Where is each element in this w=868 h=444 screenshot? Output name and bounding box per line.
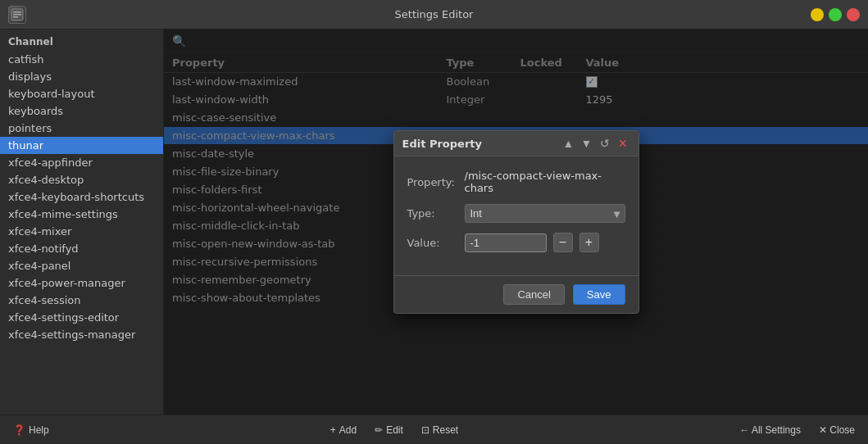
sidebar-item-xfce4-appfinder[interactable]: xfce4-appfinder bbox=[0, 154, 163, 171]
svg-rect-3 bbox=[13, 16, 18, 18]
modal-overlay: Edit Property ▲ ▼ ↺ ✕ Property: /misc-co… bbox=[164, 29, 868, 415]
bottom-right-actions: ← All Settings ✕ Close bbox=[734, 422, 860, 438]
modal-close-button[interactable]: ✕ bbox=[616, 136, 630, 151]
reset-label: Reset bbox=[433, 424, 458, 436]
sidebar-item-xfce4-settings-editor[interactable]: xfce4-settings-editor bbox=[0, 309, 163, 326]
edit-label: Edit bbox=[386, 424, 403, 436]
save-button[interactable]: Save bbox=[573, 284, 625, 305]
help-icon: ❓ bbox=[13, 424, 25, 436]
sidebar-item-displays[interactable]: displays bbox=[0, 68, 163, 85]
value-controls: − + bbox=[465, 233, 599, 252]
sidebar-item-thunar[interactable]: thunar bbox=[0, 137, 163, 154]
type-row: Type: Int Boolean String Double Array ▼ bbox=[407, 204, 625, 223]
close-window-button[interactable] bbox=[847, 8, 860, 21]
increment-button[interactable]: + bbox=[579, 233, 599, 252]
modal-refresh-button[interactable]: ↺ bbox=[598, 136, 612, 151]
main-layout: Channel catfishdisplayskeyboard-layoutke… bbox=[0, 29, 868, 415]
sidebar-item-xfce4-power-manager[interactable]: xfce4-power-manager bbox=[0, 274, 163, 292]
sidebar-item-xfce4-settings-manager[interactable]: xfce4-settings-manager bbox=[0, 326, 163, 343]
value-input[interactable] bbox=[465, 233, 547, 252]
reset-icon: ⊡ bbox=[421, 424, 429, 436]
edit-button[interactable]: ✏ Edit bbox=[370, 422, 408, 438]
sidebar-item-catfish[interactable]: catfish bbox=[0, 51, 163, 68]
help-button[interactable]: ❓ Help bbox=[8, 422, 54, 438]
sidebar-item-xfce4-panel[interactable]: xfce4-panel bbox=[0, 257, 163, 274]
edit-icon: ✏ bbox=[375, 424, 383, 436]
reset-button[interactable]: ⊡ Reset bbox=[416, 422, 463, 438]
content-area: 🔍 Property Type Locked Value last-window… bbox=[164, 29, 868, 415]
type-select-wrapper: Int Boolean String Double Array ▼ bbox=[465, 204, 625, 223]
titlebar: Settings Editor bbox=[0, 0, 868, 29]
bottom-bar: ❓ Help + Add ✏ Edit ⊡ Reset ← All Settin… bbox=[0, 415, 868, 444]
close-label: ✕ Close bbox=[819, 424, 855, 436]
value-row: Value: − + bbox=[407, 233, 625, 252]
type-select[interactable]: Int Boolean String Double Array bbox=[465, 204, 625, 223]
modal-titlebar: Edit Property ▲ ▼ ↺ ✕ bbox=[394, 131, 639, 156]
decrement-button[interactable]: − bbox=[553, 233, 573, 252]
cancel-button[interactable]: Cancel bbox=[503, 284, 564, 305]
modal-up-button[interactable]: ▲ bbox=[561, 136, 576, 151]
close-button[interactable]: ✕ Close bbox=[814, 422, 860, 438]
sidebar-item-xfce4-mixer[interactable]: xfce4-mixer bbox=[0, 223, 163, 240]
sidebar: Channel catfishdisplayskeyboard-layoutke… bbox=[0, 29, 164, 415]
titlebar-left bbox=[8, 6, 26, 24]
edit-property-modal: Edit Property ▲ ▼ ↺ ✕ Property: /misc-co… bbox=[393, 130, 639, 314]
sidebar-header: Channel bbox=[0, 29, 163, 51]
svg-rect-2 bbox=[13, 14, 21, 16]
sidebar-item-keyboards[interactable]: keyboards bbox=[0, 102, 163, 120]
modal-footer: Cancel Save bbox=[394, 275, 639, 313]
all-settings-label: ← All Settings bbox=[739, 424, 801, 436]
property-row: Property: /misc-compact-view-max-chars bbox=[407, 170, 625, 194]
add-icon: + bbox=[330, 424, 336, 436]
sidebar-item-xfce4-desktop[interactable]: xfce4-desktop bbox=[0, 171, 163, 188]
modal-controls: ▲ ▼ ↺ ✕ bbox=[561, 136, 630, 151]
table-actions: + Add ✏ Edit ⊡ Reset bbox=[325, 422, 463, 438]
sidebar-item-xfce4-notifyd[interactable]: xfce4-notifyd bbox=[0, 240, 163, 257]
maximize-button[interactable] bbox=[829, 8, 842, 21]
type-label: Type: bbox=[407, 207, 465, 220]
property-value: /misc-compact-view-max-chars bbox=[465, 170, 625, 194]
window-controls bbox=[811, 8, 860, 21]
all-settings-button[interactable]: ← All Settings bbox=[734, 422, 806, 438]
add-label: Add bbox=[339, 424, 357, 436]
window-title: Settings Editor bbox=[395, 8, 474, 20]
sidebar-item-pointers[interactable]: pointers bbox=[0, 120, 163, 137]
modal-down-button[interactable]: ▼ bbox=[579, 136, 594, 151]
help-label: Help bbox=[29, 424, 49, 436]
sidebar-item-xfce4-mime-settings[interactable]: xfce4-mime-settings bbox=[0, 206, 163, 223]
add-button[interactable]: + Add bbox=[325, 422, 361, 438]
app-icon bbox=[8, 6, 26, 24]
sidebar-item-xfce4-keyboard-shortcuts[interactable]: xfce4-keyboard-shortcuts bbox=[0, 188, 163, 206]
bottom-left-actions: ❓ Help bbox=[8, 422, 54, 438]
minimize-button[interactable] bbox=[811, 8, 824, 21]
value-label: Value: bbox=[407, 237, 465, 249]
svg-rect-1 bbox=[13, 11, 21, 13]
sidebar-item-keyboard-layout[interactable]: keyboard-layout bbox=[0, 85, 163, 102]
modal-title: Edit Property bbox=[402, 138, 482, 150]
sidebar-item-xfce4-session[interactable]: xfce4-session bbox=[0, 292, 163, 309]
property-label: Property: bbox=[407, 176, 465, 188]
modal-body: Property: /misc-compact-view-max-chars T… bbox=[394, 156, 639, 275]
